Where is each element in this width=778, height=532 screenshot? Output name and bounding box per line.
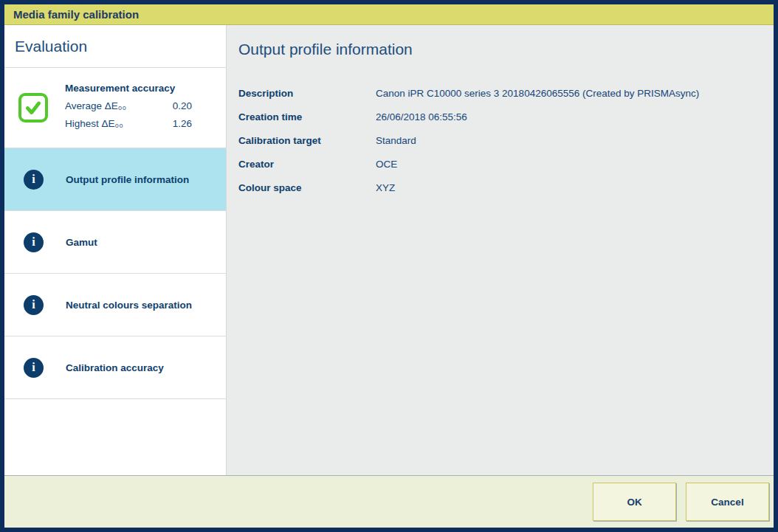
field-label: Creator bbox=[238, 159, 376, 170]
info-icon-glyph: i bbox=[32, 236, 35, 248]
field-label: Colour space bbox=[238, 182, 376, 193]
info-icon: i bbox=[24, 170, 44, 190]
ok-button[interactable]: OK bbox=[593, 483, 676, 521]
field-label: Creation time bbox=[238, 111, 376, 122]
field-row-description: Description Canon iPR C10000 series 3 20… bbox=[238, 81, 774, 105]
field-row-colour-space: Colour space XYZ bbox=[238, 176, 774, 199]
dialog-content: Evaluation Measurement accuracy Average … bbox=[4, 25, 774, 475]
field-value: XYZ bbox=[376, 182, 395, 193]
sidebar-header-label: Evaluation bbox=[15, 38, 87, 55]
dialog-title: Media family calibration bbox=[13, 8, 139, 21]
sidebar-item-label: Neutral colours separation bbox=[66, 300, 192, 311]
check-icon bbox=[18, 93, 48, 122]
sidebar-item-measurement-accuracy[interactable]: Measurement accuracy Average ΔE₀₀ 0.20 H… bbox=[4, 68, 226, 148]
field-row-calibration-target: Calibration target Standard bbox=[238, 128, 774, 152]
evaluation-sidebar: Evaluation Measurement accuracy Average … bbox=[4, 25, 226, 475]
field-row-creation-time: Creation time 26/06/2018 06:55:56 bbox=[238, 105, 774, 128]
profile-info-fields: Description Canon iPR C10000 series 3 20… bbox=[238, 81, 774, 199]
sidebar-item-label: Gamut bbox=[66, 237, 97, 248]
sidebar-header: Evaluation bbox=[4, 25, 226, 68]
field-row-creator: Creator OCE bbox=[238, 152, 774, 176]
sidebar-item-label: Calibration accuracy bbox=[66, 362, 164, 373]
measurement-row-average: Average ΔE₀₀ 0.20 bbox=[65, 97, 192, 115]
dialog-titlebar: Media family calibration bbox=[4, 4, 774, 25]
sidebar-item-output-profile-information[interactable]: i Output profile information bbox=[4, 148, 226, 211]
field-value: Standard bbox=[376, 135, 416, 146]
page-title: Output profile information bbox=[238, 41, 774, 58]
measurement-row-highest: Highest ΔE₀₀ 1.26 bbox=[65, 115, 192, 133]
sidebar-item-gamut[interactable]: i Gamut bbox=[4, 211, 226, 274]
measurement-average-value: 0.20 bbox=[173, 97, 192, 115]
field-value: 26/06/2018 06:55:56 bbox=[376, 111, 467, 122]
media-family-calibration-dialog: Media family calibration Evaluation Meas… bbox=[0, 0, 778, 532]
info-icon: i bbox=[24, 295, 44, 315]
sidebar-item-calibration-accuracy[interactable]: i Calibration accuracy bbox=[4, 336, 226, 399]
measurement-accuracy-title: Measurement accuracy bbox=[65, 83, 192, 94]
measurement-average-label: Average ΔE₀₀ bbox=[65, 97, 126, 115]
field-label: Calibration target bbox=[238, 135, 376, 146]
info-icon-glyph: i bbox=[32, 299, 35, 311]
field-label: Description bbox=[238, 88, 376, 99]
footer-bar: OK Cancel bbox=[4, 475, 774, 528]
info-icon: i bbox=[24, 232, 44, 252]
measurement-highest-value: 1.26 bbox=[173, 115, 192, 133]
info-icon: i bbox=[24, 358, 44, 378]
field-value: OCE bbox=[376, 159, 397, 170]
measurement-highest-label: Highest ΔE₀₀ bbox=[65, 115, 123, 133]
info-icon-glyph: i bbox=[32, 173, 35, 185]
field-value: Canon iPR C10000 series 3 20180426065556… bbox=[376, 88, 699, 99]
sidebar-item-neutral-colours-separation[interactable]: i Neutral colours separation bbox=[4, 274, 226, 336]
sidebar-item-label: Output profile information bbox=[66, 174, 189, 185]
main-panel: Output profile information Description C… bbox=[226, 25, 774, 475]
measurement-accuracy-summary: Measurement accuracy Average ΔE₀₀ 0.20 H… bbox=[65, 83, 192, 133]
cancel-button[interactable]: Cancel bbox=[686, 483, 769, 521]
info-icon-glyph: i bbox=[32, 362, 35, 373]
